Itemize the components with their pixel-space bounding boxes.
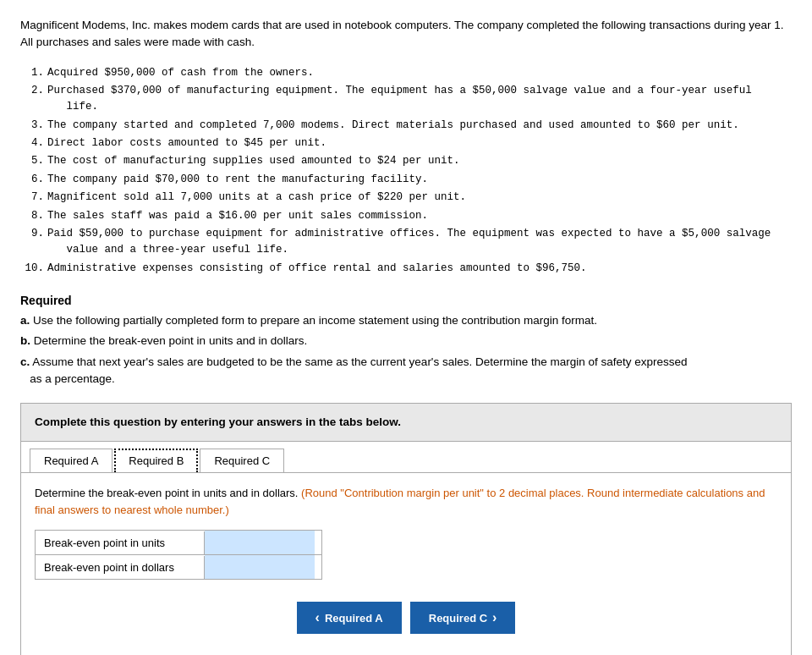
transaction-item-10: 10. Administrative expenses consisting o…	[24, 261, 792, 277]
description-plain: Determine the break-even point in units …	[35, 487, 301, 499]
break-even-units-label: Break-even point in units	[36, 531, 205, 554]
transaction-item-4: 4. Direct labor costs amounted to $45 pe…	[24, 135, 792, 151]
nav-buttons: Required A Required C	[35, 593, 777, 646]
form-row-dollars: Break-even point in dollars	[36, 555, 321, 579]
required-item-a: a. Use the following partially completed…	[20, 312, 792, 329]
break-even-dollars-label: Break-even point in dollars	[36, 556, 205, 579]
required-section: Required a. Use the following partially …	[20, 294, 792, 388]
transaction-item-8: 8. The sales staff was paid a $16.00 per…	[24, 208, 792, 224]
tabs-container: Required A Required B Required C Determi…	[20, 442, 792, 655]
complete-box-text: Complete this question by entering your …	[35, 416, 401, 428]
transactions-list: 1. Acquired $950,000 of cash from the ow…	[20, 65, 792, 278]
tabs-row: Required A Required B Required C	[21, 442, 791, 473]
transaction-item-3: 3. The company started and completed 7,0…	[24, 118, 792, 134]
tab-required-c[interactable]: Required C	[200, 449, 284, 472]
transaction-item-9: 9. Paid $59,000 to purchase equipment fo…	[24, 226, 792, 259]
required-item-b: b. Determine the break-even point in uni…	[20, 333, 792, 350]
tab-required-a[interactable]: Required A	[30, 449, 112, 472]
break-even-form: Break-even point in units Break-even poi…	[35, 530, 322, 580]
break-even-dollars-input[interactable]	[205, 555, 315, 579]
form-row-units: Break-even point in units	[36, 531, 321, 555]
transaction-item-7: 7. Magnificent sold all 7,000 units at a…	[24, 190, 792, 206]
transaction-item-1: 1. Acquired $950,000 of cash from the ow…	[24, 65, 792, 81]
prev-button-label: Required A	[325, 612, 383, 625]
complete-box: Complete this question by entering your …	[20, 403, 792, 442]
tab-b-description: Determine the break-even point in units …	[35, 485, 777, 518]
next-button[interactable]: Required C	[410, 602, 516, 634]
next-button-label: Required C	[429, 612, 487, 625]
chevron-right-icon	[492, 610, 497, 625]
required-item-c: c. Assume that next year's sales are bud…	[20, 354, 792, 388]
intro-paragraph: Magnificent Modems, Inc. makes modem car…	[20, 17, 792, 52]
chevron-left-icon	[315, 610, 320, 625]
transaction-item-5: 5. The cost of manufacturing supplies us…	[24, 153, 792, 169]
break-even-units-input[interactable]	[205, 531, 315, 554]
tab-required-b[interactable]: Required B	[114, 449, 198, 472]
tab-b-content: Determine the break-even point in units …	[21, 473, 791, 655]
prev-button[interactable]: Required A	[297, 602, 402, 634]
required-title: Required	[20, 294, 792, 307]
transaction-item-2: 2. Purchased $370,000 of manufacturing e…	[24, 83, 792, 116]
transaction-item-6: 6. The company paid $70,000 to rent the …	[24, 172, 792, 188]
